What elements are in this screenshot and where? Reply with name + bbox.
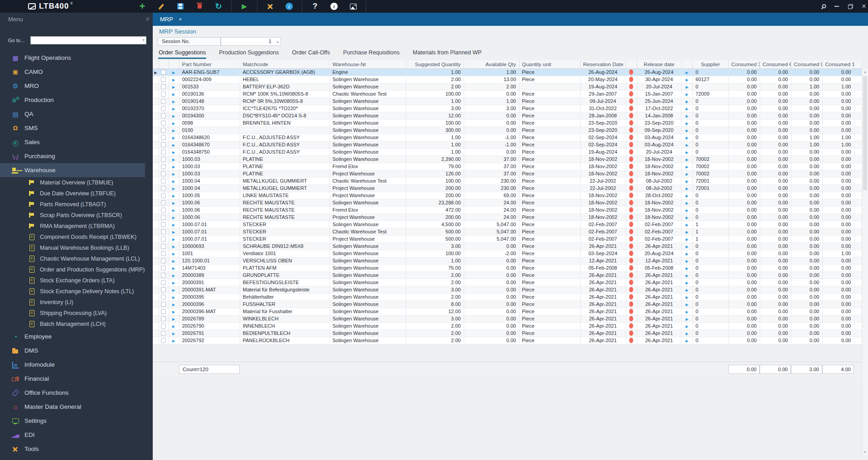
expand-arrow-icon[interactable]: ▶ [172,303,175,307]
table-row[interactable]: ▶1000.03PLATINEProject Warehouse126.0037… [153,170,862,177]
col-header-warehouse-nr[interactable]: Warehouse-Nr [330,60,406,68]
close-button[interactable] [861,3,867,10]
sidebar-item-master-data-general[interactable]: Master Data General [0,400,153,414]
row-checkbox[interactable] [161,237,166,242]
row-checkbox[interactable] [161,273,166,278]
table-row[interactable]: ▶0002224-009HEBELSolingen Warehouse2.001… [153,76,862,83]
expand-arrow-icon[interactable]: ▶ [172,237,175,242]
expand-arrow-icon[interactable]: ▶ [172,317,175,321]
expand-arrow-icon[interactable]: ▶ [685,150,688,155]
expand-arrow-icon[interactable]: ▶ [172,223,175,227]
row-checkbox[interactable] [161,121,166,126]
expand-arrow-icon[interactable]: ▶ [172,259,175,263]
table-row[interactable]: ▶0164348750F.C.U., ADJUSTED ASSYSolingen… [153,148,862,155]
expand-arrow-icon[interactable]: ▶ [172,78,175,82]
expand-arrow-icon[interactable]: ▶ [172,92,175,97]
expand-arrow-icon[interactable]: ▶ [685,179,688,184]
sidebar-item-purchasing[interactable]: Purchasing [0,149,153,163]
table-row[interactable]: ▶20000389GRUNDPLATTESolingen Warehouse2.… [153,271,862,279]
row-checkbox[interactable] [161,215,166,220]
row-checkbox[interactable] [161,258,166,263]
row-checkbox[interactable] [161,229,166,234]
session-no-select[interactable]: 1 ▾ [221,37,281,46]
expand-arrow-icon[interactable]: ▶ [172,129,175,133]
expand-arrow-icon[interactable]: ▶ [685,172,688,176]
expand-arrow-icon[interactable]: ▶ [172,194,175,198]
help-button[interactable] [309,1,321,12]
expand-arrow-icon[interactable]: ▶ [685,165,688,169]
expand-arrow-icon[interactable]: ▶ [685,295,688,300]
row-checkbox[interactable] [161,186,166,191]
expand-arrow-icon[interactable]: ▶ [685,129,688,133]
expand-arrow-icon[interactable]: ▶ [172,266,175,271]
vertical-scrollbar[interactable]: ▲ ▼ [862,69,868,455]
table-row[interactable]: ▶0098BRENNTEIL HINTENSolingen Warehouse1… [153,119,862,126]
sidebar-subitem-manual-warehouse-bookings-llb[interactable]: Manual Warehouse Bookings (LLB) [0,242,153,253]
sidebar-item-tools[interactable]: Tools [0,442,153,456]
document-tab-mrp[interactable]: MRP × [153,13,189,26]
col-header-consumed-9[interactable]: Consumed 9 [791,60,822,68]
sidebar-item-edi[interactable]: EDI [0,428,153,442]
table-row[interactable]: ▶00194300DSC*BYS10-45* DO214 S-8Solingen… [153,112,862,119]
sidebar-subitem-due-date-overview-ltbfue[interactable]: Due Date Overview (LTBFUE) [0,188,153,199]
sidebar-subitem-parts-removed-ltbagt[interactable]: Parts Removed (LTBAGT) [0,199,153,210]
sidebar-item-production[interactable]: Production [0,93,153,107]
col-header-part-number[interactable]: Part Number [179,60,240,68]
row-checkbox[interactable] [161,157,166,162]
tools-button[interactable] [264,1,276,12]
col-header-quantity-unit[interactable]: Quantity unit [519,60,580,68]
col-header-release-date[interactable]: Release date [637,60,681,68]
table-row[interactable]: ▶1000.06RECHTE MAUSTASTESolingen Warehou… [153,199,862,206]
expand-arrow-icon[interactable]: ▶ [172,107,175,111]
tab-purchase-requisitions[interactable]: Purchase Requisitions [343,48,400,59]
table-row[interactable]: ▶120.1000.01VERSCHLUSS OBENSolingen Ware… [153,257,862,264]
expand-arrow-icon[interactable]: ▶ [172,85,175,89]
sidebar-item-camo[interactable]: CAMO [0,65,153,79]
expand-arrow-icon[interactable]: ▶ [685,310,688,314]
expand-arrow-icon[interactable]: ▶ [172,150,175,155]
table-row[interactable]: ▶1000.07.01STECKERProject Warehouse500.0… [153,235,862,242]
table-row[interactable]: ▶00190148RCM* 0R 5%,10W0805S-8Solingen W… [153,97,862,105]
expand-arrow-icon[interactable]: ▶ [172,179,175,184]
row-checkbox[interactable] [161,150,166,155]
table-row[interactable]: ▶20000391-MATMaterial für Befestigungsle… [153,286,862,293]
expand-arrow-icon[interactable]: ▶ [685,252,688,256]
expand-arrow-icon[interactable]: ▶ [172,201,175,205]
save-button[interactable] [174,1,187,12]
col-header-consumed-6[interactable]: Consumed 6 [760,60,791,68]
row-checkbox[interactable] [161,287,166,292]
expand-arrow-icon[interactable]: ▶ [685,85,688,89]
scroll-down-icon[interactable]: ▼ [862,449,868,455]
sidebar-subitem-order-and-production-suggestions-mrp[interactable]: Order and Production Suggestions (MRP) [0,264,153,275]
expand-arrow-icon[interactable]: ▶ [172,187,175,191]
sidebar-subitem-chaotic-warehouse-management-lcl[interactable]: Chaotic Warehouse Management (LCL) [0,253,153,264]
sidebar-subitem-inventory-li[interactable]: Inventory (LI) [0,297,153,308]
row-checkbox[interactable] [161,171,166,176]
sidebar-subitem-scrap-parts-overview-ltbscr[interactable]: Scrap Parts Overview (LTBSCR) [0,210,153,221]
row-checkbox[interactable] [161,113,166,118]
row-checkbox[interactable] [161,106,166,111]
row-checkbox[interactable] [161,244,166,249]
tab-materials-from-planned-wp[interactable]: Materials from Planned WP [412,48,482,59]
expand-arrow-icon[interactable]: ▶ [172,71,175,75]
col-header-matchcode[interactable]: Matchcode [240,60,330,68]
expand-arrow-icon[interactable]: ▶ [685,288,688,292]
expand-arrow-icon[interactable]: ▶ [685,237,688,242]
expand-arrow-icon[interactable]: ▶ [685,303,688,307]
sidebar-subitem-shipping-processing-lva[interactable]: Shipping Processing (LVA) [0,308,153,319]
row-checkbox[interactable] [161,92,166,97]
sidebar-item-mro[interactable]: MRO [0,79,153,93]
delete-button[interactable] [193,1,206,12]
sidebar-subitem-stock-exchange-delivery-notes-ltl[interactable]: Stock Exchange Delivery Notes (LTL) [0,286,153,297]
sidebar-item-financial[interactable]: Financial [0,372,153,386]
expand-arrow-icon[interactable]: ▶ [172,230,175,234]
expand-arrow-icon[interactable]: ▶ [685,78,688,82]
chevron-down-icon[interactable]: ▾ [142,38,145,42]
expand-arrow-icon[interactable]: ▶ [685,143,688,147]
expand-arrow-icon[interactable]: ▶ [685,259,688,263]
tab-production-suggestions[interactable]: Production Suggestions [218,48,279,59]
scroll-up-icon[interactable]: ▲ [862,69,868,75]
add-button[interactable] [136,1,149,12]
expand-arrow-icon[interactable]: ▶ [172,274,175,278]
table-row[interactable]: ▶20000395BehälterhalterSolingen Warehous… [153,293,862,300]
